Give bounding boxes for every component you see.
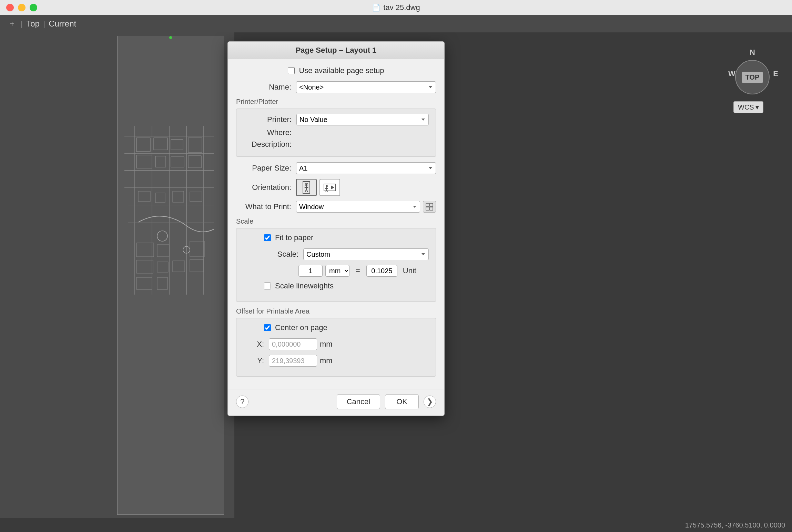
landscape-button[interactable]: [319, 179, 340, 196]
coordinates-display: 17575.5756, -3760.5100, 0.0000: [685, 521, 785, 529]
scale-label: Scale:: [243, 250, 298, 259]
y-unit: mm: [320, 356, 333, 365]
y-offset-row: Y: mm: [243, 355, 429, 367]
use-available-checkbox[interactable]: [288, 67, 295, 74]
where-row: Where:: [243, 128, 429, 137]
what-to-print-select[interactable]: Window: [296, 201, 420, 213]
wcs-arrow-icon: ▾: [755, 103, 759, 111]
scale-select[interactable]: Custom: [303, 248, 429, 260]
equals-sign: =: [356, 266, 360, 275]
portrait-icon: [302, 181, 311, 194]
svg-rect-51: [426, 207, 429, 210]
x-offset-input[interactable]: [269, 338, 317, 350]
footer-right: Cancel OK ❯: [337, 394, 436, 409]
window-title: 📄 tav 25.dwg: [372, 3, 420, 12]
center-on-page-row: Center on page: [264, 323, 429, 332]
center-on-page-label[interactable]: Center on page: [275, 323, 327, 332]
tab-current[interactable]: Current: [49, 19, 76, 29]
portrait-button[interactable]: [296, 179, 317, 196]
svg-rect-52: [430, 207, 433, 210]
x-unit: mm: [320, 340, 333, 349]
compass-e-label: E: [773, 69, 778, 78]
svg-rect-49: [426, 203, 429, 206]
dialog-footer: ? Cancel OK ❯: [228, 389, 444, 416]
add-tab-button[interactable]: +: [7, 18, 17, 30]
map-sketch: [118, 119, 224, 301]
printer-label: Printer:: [243, 115, 292, 124]
fit-to-paper-row: Fit to paper: [264, 233, 429, 242]
y-label: Y:: [243, 356, 264, 365]
minimize-button[interactable]: [18, 4, 26, 11]
use-available-row: Use available page setup: [236, 66, 436, 75]
printer-row: Printer: No Value: [243, 114, 429, 125]
paper-size-row: Paper Size: A1: [236, 162, 436, 174]
unit-label: Unit: [403, 266, 416, 275]
scale-inputs-row: mm = Unit: [298, 265, 429, 277]
file-icon: 📄: [372, 3, 380, 12]
canvas-area: N TOP S E W WCS ▾ Page Setup – Layout 1 …: [0, 32, 792, 518]
scale-section: Fit to paper Scale: Custom mm =: [236, 228, 436, 302]
scale-value-input[interactable]: [366, 265, 397, 277]
compass-top-button[interactable]: TOP: [742, 72, 763, 83]
x-offset-row: X: mm: [243, 338, 429, 350]
scale-lineweights-label[interactable]: Scale lineweights: [275, 282, 334, 290]
top-bar: + | Top | Current: [0, 15, 792, 32]
tab-top[interactable]: Top: [26, 19, 40, 29]
compass-n-label: N: [750, 48, 755, 57]
status-bar: 17575.5756, -3760.5100, 0.0000: [0, 518, 792, 532]
fit-to-paper-checkbox[interactable]: [264, 234, 271, 241]
fit-to-paper-label[interactable]: Fit to paper: [275, 233, 313, 242]
window-controls[interactable]: [6, 4, 37, 11]
where-label: Where:: [243, 128, 292, 137]
compass-circle: TOP: [735, 60, 770, 94]
offset-section: Center on page X: mm Y: mm: [236, 318, 436, 377]
compass: N TOP S E W WCS ▾: [730, 50, 775, 119]
compass-w-label: W: [728, 69, 735, 78]
offset-section-label: Offset for Printable Area: [236, 307, 436, 315]
footer-left: ?: [236, 396, 248, 408]
x-label: X:: [243, 340, 264, 349]
scale-section-label: Scale: [236, 217, 436, 225]
svg-point-44: [326, 185, 328, 187]
wcs-button[interactable]: WCS ▾: [733, 101, 763, 113]
printer-box: Printer: No Value Where: Description:: [236, 109, 436, 157]
scale-number-input[interactable]: [298, 265, 323, 277]
dialog-body: Use available page setup Name: <None> Pr…: [228, 59, 444, 389]
wcs-label: WCS: [738, 103, 754, 111]
window-grid-icon: [426, 203, 433, 211]
what-to-print-label: What to Print:: [236, 202, 291, 211]
name-row: Name: <None>: [236, 81, 436, 93]
origin-marker: [169, 36, 172, 39]
cancel-button[interactable]: Cancel: [337, 394, 380, 409]
close-button[interactable]: [6, 4, 14, 11]
dialog-title: Page Setup – Layout 1: [228, 42, 444, 59]
orientation-row: Orientation:: [236, 179, 436, 196]
window-pick-button[interactable]: [423, 201, 436, 213]
use-available-label[interactable]: Use available page setup: [299, 66, 384, 75]
description-row: Description:: [243, 140, 429, 149]
separator-2: |: [43, 19, 45, 29]
scale-unit-select[interactable]: mm: [325, 265, 349, 277]
scale-row: Scale: Custom: [243, 248, 429, 260]
scale-lineweights-checkbox[interactable]: [264, 283, 271, 289]
printer-select[interactable]: No Value: [296, 114, 429, 125]
forward-button[interactable]: ❯: [424, 396, 436, 408]
center-on-page-checkbox[interactable]: [264, 324, 271, 331]
maximize-button[interactable]: [30, 4, 37, 11]
paper-size-label: Paper Size:: [236, 164, 291, 173]
description-label: Description:: [243, 140, 292, 149]
printer-section-label: Printer/Plotter: [236, 98, 436, 106]
y-offset-input[interactable]: [269, 355, 317, 367]
paper-size-select[interactable]: A1: [296, 162, 436, 174]
title-bar: 📄 tav 25.dwg: [0, 0, 792, 15]
ok-button[interactable]: OK: [385, 394, 419, 409]
scale-lineweights-row: Scale lineweights: [264, 282, 429, 290]
help-button[interactable]: ?: [236, 396, 248, 408]
orientation-label: Orientation:: [236, 183, 291, 192]
what-to-print-row: What to Print: Window: [236, 201, 436, 213]
title-text: tav 25.dwg: [383, 3, 420, 12]
landscape-icon: [323, 183, 336, 192]
separator-1: |: [21, 19, 23, 29]
svg-rect-50: [430, 203, 433, 206]
name-select[interactable]: <None>: [296, 81, 436, 93]
